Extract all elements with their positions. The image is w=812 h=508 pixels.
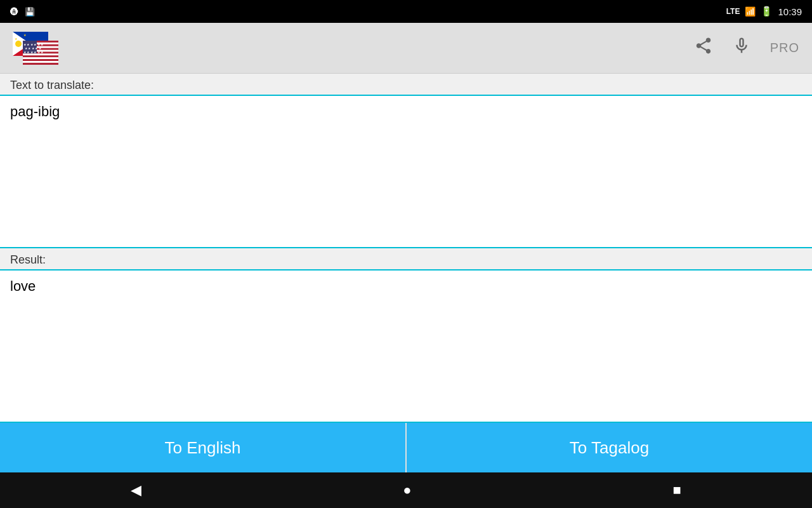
file-notification-icon: 💾 [25,7,35,17]
toolbar-right: PRO [694,36,799,60]
battery-icon: 🔋 [761,6,773,17]
share-icon[interactable] [694,36,713,60]
svg-rect-14 [23,61,58,63]
microphone-icon[interactable] [732,36,751,60]
pro-label: PRO [770,41,799,55]
result-label: Result: [0,248,812,269]
us-flag: ★ ★ ★ ★ ★ ★ ★ ★ ★ ★ ★ ★ ★ ★ ★ ★ ★ [23,41,58,65]
signal-icon: 📶 [745,6,756,17]
app-logo: ★ ★ ★ ★ ★ ★ ★ ★ ★ ★ ★ ★ ★ ★ ★ ★ ★ ★ ★ ★ [13,32,58,65]
toolbar-left: ★ ★ ★ ★ ★ ★ ★ ★ ★ ★ ★ ★ ★ ★ ★ ★ ★ ★ ★ ★ [13,32,58,65]
result-text: love [0,269,812,423]
status-bar-left: 🅐 💾 [10,7,35,17]
input-label: Text to translate: [0,74,812,95]
main-content: Text to translate: pag-ibig Result: love [0,74,812,423]
svg-rect-13 [23,57,58,59]
to-english-button[interactable]: To English [0,423,407,472]
result-section: Result: love [0,248,812,423]
recents-button[interactable]: ■ [673,482,681,498]
status-bar: 🅐 💾 LTE 📶 🔋 10:39 [0,0,812,23]
back-button[interactable]: ◀ [131,482,141,498]
button-row: To English To Tagalog [0,423,812,472]
app-notification-icon: 🅐 [10,7,18,17]
status-bar-right: LTE 📶 🔋 10:39 [726,6,802,17]
toolbar: ★ ★ ★ ★ ★ ★ ★ ★ ★ ★ ★ ★ ★ ★ ★ ★ ★ ★ ★ ★ [0,23,812,74]
time-display: 10:39 [778,6,802,17]
input-section: Text to translate: pag-ibig [0,74,812,248]
lte-icon: LTE [726,7,740,16]
home-button[interactable]: ● [403,482,411,498]
translate-input[interactable]: pag-ibig [0,95,812,248]
nav-bar: ◀ ● ■ [0,472,812,508]
to-tagalog-button[interactable]: To Tagalog [407,423,812,472]
svg-text:★ ★ ★ ★ ★ ★: ★ ★ ★ ★ ★ ★ [23,50,44,54]
